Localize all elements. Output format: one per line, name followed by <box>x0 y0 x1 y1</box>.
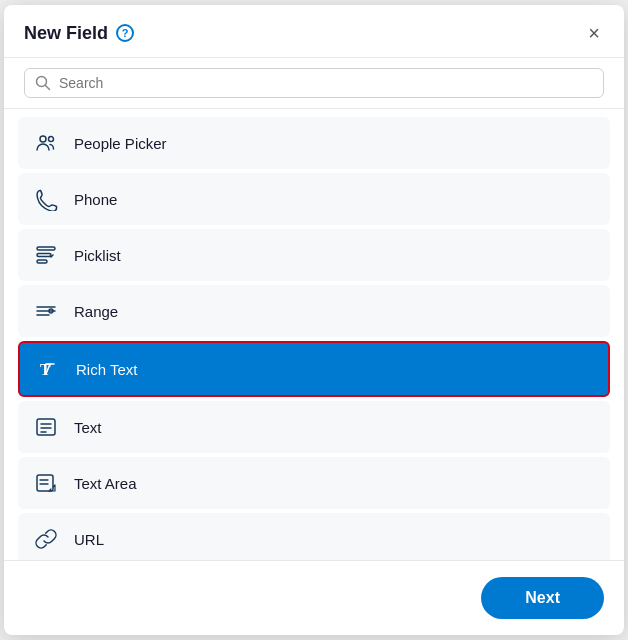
url-icon <box>32 525 60 553</box>
range-icon <box>32 297 60 325</box>
phone-icon <box>32 185 60 213</box>
svg-point-2 <box>40 136 46 142</box>
field-label-phone: Phone <box>74 191 117 208</box>
modal-title: New Field <box>24 23 108 44</box>
field-item-picklist[interactable]: Picklist <box>18 229 610 281</box>
field-item-range[interactable]: Range <box>18 285 610 337</box>
svg-rect-4 <box>37 247 55 250</box>
svg-rect-6 <box>37 260 47 263</box>
modal-footer: Next <box>4 560 624 635</box>
new-field-modal: New Field ? × People PickerPhonePicklist… <box>4 5 624 635</box>
field-label-range: Range <box>74 303 118 320</box>
field-item-text-area[interactable]: Text Area <box>18 457 610 509</box>
field-label-picklist: Picklist <box>74 247 121 264</box>
field-list: People PickerPhonePicklistRangeTRich Tex… <box>4 109 624 560</box>
field-item-url[interactable]: URL <box>18 513 610 560</box>
field-label-people-picker: People Picker <box>74 135 167 152</box>
picklist-icon <box>32 241 60 269</box>
search-input[interactable] <box>59 75 593 91</box>
search-bar <box>4 58 624 109</box>
next-button[interactable]: Next <box>481 577 604 619</box>
modal-header: New Field ? × <box>4 5 624 58</box>
text-area-icon <box>32 469 60 497</box>
text-icon <box>32 413 60 441</box>
field-item-rich-text[interactable]: TRich Text <box>18 341 610 397</box>
field-item-phone[interactable]: Phone <box>18 173 610 225</box>
field-item-people-picker[interactable]: People Picker <box>18 117 610 169</box>
svg-point-3 <box>49 137 54 142</box>
close-button[interactable]: × <box>584 21 604 45</box>
svg-rect-5 <box>37 254 51 257</box>
field-item-text[interactable]: Text <box>18 401 610 453</box>
field-label-rich-text: Rich Text <box>76 361 137 378</box>
search-icon <box>35 75 51 91</box>
field-label-text-area: Text Area <box>74 475 137 492</box>
svg-line-1 <box>46 86 50 90</box>
help-icon[interactable]: ? <box>116 24 134 42</box>
modal-title-row: New Field ? <box>24 23 134 44</box>
field-label-url: URL <box>74 531 104 548</box>
people-picker-icon <box>32 129 60 157</box>
search-input-wrap <box>24 68 604 98</box>
rich-text-icon: T <box>34 355 62 383</box>
field-label-text: Text <box>74 419 102 436</box>
